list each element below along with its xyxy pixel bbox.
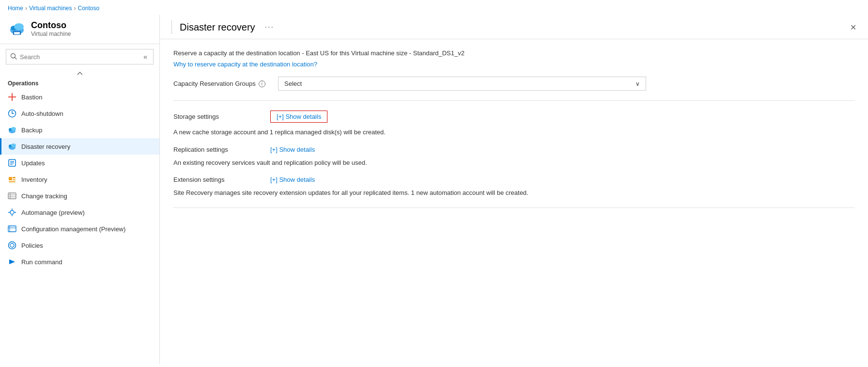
sidebar-item-backup[interactable]: Backup — [0, 122, 159, 138]
sidebar-item-label-automanage: Automanage (preview) — [21, 209, 85, 216]
page-menu-button[interactable]: ··· — [261, 21, 278, 33]
replication-desc: An existing recovery services vault and … — [173, 158, 854, 168]
sidebar-item-run-command[interactable]: Run command — [0, 254, 159, 270]
sidebar-item-label-bastion: Bastion — [21, 94, 42, 101]
sidebar-item-updates[interactable]: Updates — [0, 155, 159, 171]
capacity-link[interactable]: Why to reserve capacity at the destinati… — [173, 61, 317, 68]
sidebar-item-label-backup: Backup — [21, 127, 42, 134]
svg-point-29 — [10, 210, 14, 214]
storage-settings-row: Storage settings [+] Show details — [173, 111, 854, 123]
scroll-up — [0, 68, 159, 78]
config-mgmt-icon — [8, 224, 16, 233]
svg-rect-5 — [14, 32, 20, 34]
divider-2 — [173, 207, 854, 208]
extension-label: Extension settings — [173, 176, 261, 183]
policies-icon — [8, 241, 16, 250]
search-input[interactable] — [20, 53, 139, 61]
collapse-button[interactable]: « — [141, 52, 149, 62]
close-button[interactable]: ✕ — [848, 21, 858, 34]
extension-desc: Site Recovery manages site recovery exte… — [173, 188, 854, 198]
storage-desc: A new cache storage account and 1 replic… — [173, 128, 854, 137]
sidebar-item-config-mgmt[interactable]: Configuration management (Preview) — [0, 221, 159, 237]
disaster-recovery-icon — [8, 142, 16, 151]
auto-shutdown-icon — [8, 109, 16, 118]
capacity-select-value: Select — [284, 80, 302, 87]
capacity-form-row: Capacity Reservation Groups i Select ∨ — [173, 77, 854, 91]
backup-icon — [8, 126, 16, 134]
vm-header: Contoso Virtual machine — [0, 15, 159, 44]
capacity-info-icon[interactable]: i — [259, 80, 265, 87]
vm-icon — [8, 19, 26, 38]
sidebar-item-label-auto-shutdown: Auto-shutdown — [21, 110, 63, 117]
sidebar-item-disaster-recovery[interactable]: Disaster recovery — [0, 138, 159, 155]
svg-rect-21 — [9, 177, 12, 180]
breadcrumb-sep1: › — [25, 5, 27, 12]
svg-rect-23 — [13, 179, 16, 180]
svg-rect-22 — [13, 177, 16, 178]
replication-settings-row: Replication settings [+] Show details — [173, 146, 854, 153]
run-command-icon — [8, 257, 16, 266]
capacity-text: Reserve a capacity at the destination lo… — [173, 49, 854, 58]
search-box[interactable]: « — [6, 49, 154, 64]
svg-marker-35 — [9, 259, 15, 264]
extension-show-details-link[interactable]: [+] Show details — [270, 176, 315, 183]
page-title: Disaster recovery — [180, 22, 255, 33]
capacity-select[interactable]: Select ∨ — [278, 77, 646, 91]
sidebar-item-label-disaster-recovery: Disaster recovery — [21, 143, 70, 150]
sidebar-item-label-updates: Updates — [21, 160, 45, 167]
dropdown-arrow-icon: ∨ — [636, 80, 640, 87]
main-content: Disaster recovery ··· ✕ Reserve a capaci… — [160, 15, 868, 364]
svg-point-33 — [9, 242, 16, 249]
sidebar-item-label-policies: Policies — [21, 242, 43, 249]
svg-point-16 — [11, 144, 16, 147]
search-container: « — [0, 44, 159, 68]
sidebar-item-policies[interactable]: Policies — [0, 237, 159, 254]
scroll-up-button[interactable] — [1, 69, 158, 77]
vm-name: Contoso — [31, 20, 71, 31]
svg-rect-24 — [9, 181, 16, 182]
replication-label: Replication settings — [173, 146, 261, 153]
sidebar-item-change-tracking[interactable]: Change tracking — [0, 188, 159, 204]
updates-icon — [8, 159, 16, 167]
svg-line-7 — [15, 57, 17, 59]
svg-point-13 — [11, 127, 16, 131]
search-icon — [10, 53, 17, 61]
breadcrumb: Home › Virtual machines › Contoso — [0, 0, 868, 15]
sidebar-item-label-config-mgmt: Configuration management (Preview) — [21, 225, 125, 233]
svg-rect-25 — [8, 193, 16, 199]
sidebar-item-automanage[interactable]: Automanage (preview) — [0, 204, 159, 221]
sidebar-item-label-inventory: Inventory — [21, 176, 47, 183]
operations-section-header: Operations — [0, 78, 159, 89]
sidebar-item-inventory[interactable]: Inventory — [0, 171, 159, 188]
svg-point-34 — [10, 243, 14, 247]
sidebar-item-label-run-command: Run command — [21, 258, 62, 266]
bastion-icon — [8, 93, 16, 101]
inventory-icon — [8, 175, 16, 184]
sidebar-item-label-change-tracking: Change tracking — [21, 192, 67, 200]
content-area: Reserve a capacity at the destination lo… — [160, 39, 868, 364]
sidebar-item-auto-shutdown[interactable]: Auto-shutdown — [0, 105, 159, 122]
storage-show-details-button[interactable]: [+] Show details — [270, 111, 327, 123]
svg-point-3 — [14, 23, 24, 30]
breadcrumb-vms[interactable]: Virtual machines — [29, 5, 72, 12]
breadcrumb-current[interactable]: Contoso — [78, 5, 100, 12]
page-header: Disaster recovery ··· ✕ — [160, 15, 868, 39]
extension-settings-row: Extension settings [+] Show details — [173, 176, 854, 183]
replication-show-details-link[interactable]: [+] Show details — [270, 146, 315, 153]
capacity-label: Capacity Reservation Groups i — [173, 80, 270, 87]
breadcrumb-sep2: › — [74, 5, 76, 12]
sidebar: Contoso Virtual machine « — [0, 15, 160, 364]
automanage-icon — [8, 208, 16, 217]
breadcrumb-home[interactable]: Home — [8, 5, 23, 12]
header-divider — [171, 20, 172, 34]
divider-1 — [173, 100, 854, 101]
vm-type: Virtual machine — [31, 31, 71, 37]
vm-info: Contoso Virtual machine — [31, 20, 71, 37]
change-tracking-icon — [8, 191, 16, 200]
storage-label: Storage settings — [173, 113, 261, 120]
sidebar-item-bastion[interactable]: Bastion — [0, 89, 159, 105]
svg-rect-30 — [8, 226, 16, 232]
